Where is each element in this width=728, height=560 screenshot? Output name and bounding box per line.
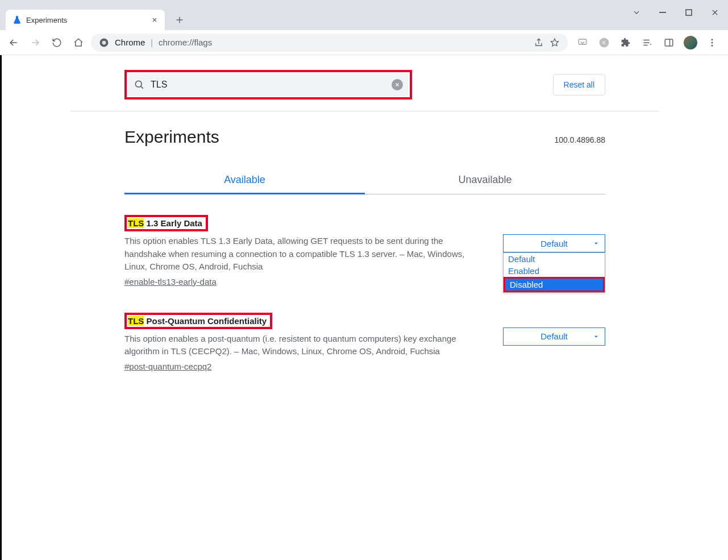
search-icon: [134, 79, 145, 90]
url-path: chrome://flags: [159, 38, 212, 47]
svg-line-13: [141, 86, 143, 89]
media-control-icon[interactable]: [638, 34, 656, 52]
annotation-highlight-title: TLS 1.3 Early Data: [124, 215, 208, 231]
chrome-icon: [99, 38, 109, 48]
select-value: Default: [540, 239, 568, 248]
experiment-state-select[interactable]: Default: [503, 327, 605, 346]
flask-icon: [13, 15, 22, 24]
experiment-hash-link[interactable]: #post-quantum-cecpq2: [124, 362, 211, 371]
avatar-image: [684, 36, 697, 49]
back-button[interactable]: [5, 34, 23, 52]
experiment-row: TLS Post-Quantum Confidentiality This op…: [124, 313, 605, 371]
close-window-button[interactable]: [702, 3, 728, 22]
select-dropdown: Default Enabled Disabled: [503, 252, 605, 293]
reload-button[interactable]: [48, 34, 66, 52]
tab-title: Experiments: [26, 16, 67, 24]
browser-window-chrome: Experiments: [0, 0, 728, 30]
experiment-state-select[interactable]: Default: [503, 234, 605, 252]
experiment-title: 1.3 Early Data: [144, 218, 202, 228]
experiment-row: TLS 1.3 Early Data This option enables T…: [124, 215, 605, 287]
tab-search-button[interactable]: [623, 3, 650, 22]
page-viewport[interactable]: Reset all Experiments 100.0.4896.88 Avai…: [0, 55, 728, 560]
address-bar[interactable]: Chrome | chrome://flags: [91, 34, 568, 52]
experiment-hash-link[interactable]: #enable-tls13-early-data: [124, 277, 217, 287]
url-separator: |: [151, 38, 153, 47]
search-row: Reset all: [70, 55, 659, 111]
home-button[interactable]: [69, 34, 88, 52]
option-default[interactable]: Default: [504, 253, 605, 265]
chrome-version-label: 100.0.4896.88: [554, 135, 605, 144]
clear-search-icon[interactable]: [392, 79, 403, 90]
share-icon[interactable]: [534, 38, 544, 48]
forward-button[interactable]: [26, 34, 44, 52]
annotation-highlight-title: TLS Post-Quantum Confidentiality: [124, 313, 272, 329]
pocket-extension-icon[interactable]: [573, 34, 592, 52]
kebab-menu-icon[interactable]: [703, 34, 721, 52]
experiment-description: This option enables TLS 1.3 Early Data, …: [124, 235, 484, 273]
search-match: TLS: [128, 316, 144, 326]
svg-point-10: [712, 42, 713, 43]
svg-point-11: [712, 44, 713, 46]
annotation-highlight-search: [124, 70, 412, 99]
url-origin: Chrome: [115, 38, 145, 47]
svg-rect-7: [665, 39, 673, 46]
page-title: Experiments: [124, 127, 219, 147]
side-panel-icon[interactable]: [660, 34, 678, 52]
close-tab-icon[interactable]: [151, 16, 158, 23]
reset-all-button[interactable]: Reset all: [553, 74, 605, 96]
browser-toolbar: Chrome | chrome://flags K: [0, 30, 728, 55]
svg-point-3: [102, 40, 106, 44]
experiments-list: TLS 1.3 Early Data This option enables T…: [124, 194, 605, 371]
svg-rect-1: [686, 10, 692, 15]
search-match: TLS: [128, 218, 144, 228]
minimize-button[interactable]: [650, 3, 676, 22]
flags-search-box[interactable]: [128, 73, 409, 96]
chevron-down-icon: [592, 333, 600, 341]
extensions-puzzle-icon[interactable]: [617, 34, 635, 52]
new-tab-button[interactable]: [172, 12, 188, 28]
browser-tab[interactable]: Experiments: [6, 10, 165, 30]
chevron-down-icon: [592, 239, 600, 247]
tab-strip: Experiments: [0, 0, 188, 30]
toolbar-actions: K: [571, 34, 723, 52]
svg-rect-0: [659, 12, 666, 13]
svg-text:K: K: [602, 40, 606, 45]
svg-point-12: [135, 81, 142, 87]
select-value: Default: [540, 331, 568, 341]
svg-point-9: [712, 39, 713, 40]
extension-k-icon[interactable]: K: [595, 34, 613, 52]
flags-search-input[interactable]: [151, 80, 386, 90]
option-enabled[interactable]: Enabled: [504, 265, 605, 277]
profile-avatar[interactable]: [681, 34, 700, 52]
maximize-button[interactable]: [676, 3, 702, 22]
bookmark-star-icon[interactable]: [550, 38, 560, 48]
tab-unavailable[interactable]: Unavailable: [365, 166, 605, 194]
window-controls: [623, 0, 728, 30]
experiment-description: This option enables a post-quantum (i.e.…: [124, 333, 484, 358]
flags-tabs: Available Unavailable: [124, 166, 605, 194]
option-disabled[interactable]: Disabled: [504, 277, 605, 292]
tab-available[interactable]: Available: [124, 166, 365, 194]
experiment-title: Post-Quantum Confidentiality: [144, 316, 267, 326]
